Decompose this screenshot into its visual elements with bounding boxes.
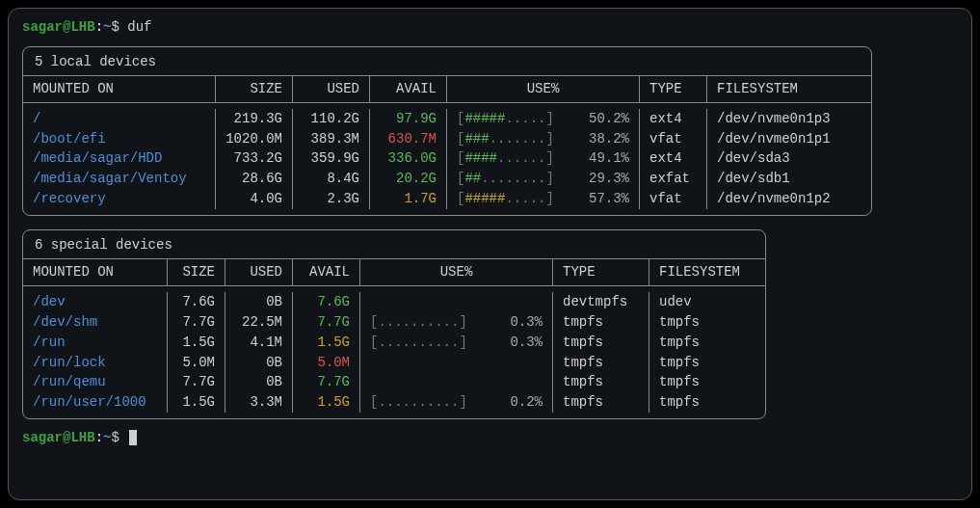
cell-filesystem: tmpfs bbox=[649, 392, 765, 413]
table-row: /recovery4.0G2.3G1.7G[#####.....]57.3%vf… bbox=[23, 189, 871, 209]
cell-avail: 97.9G bbox=[370, 109, 447, 129]
table-title: 6 special devices bbox=[23, 230, 765, 259]
cell-use-percent: [###.......]38.2% bbox=[447, 129, 640, 149]
prompt-user: sagar bbox=[22, 430, 63, 445]
cell-used: 4.1M bbox=[225, 333, 293, 353]
cell-filesystem: tmpfs bbox=[649, 372, 765, 392]
cell-avail: 1.7G bbox=[370, 189, 447, 209]
cell-avail: 7.6G bbox=[293, 292, 360, 312]
cell-used: 0B bbox=[225, 353, 293, 373]
cell-use-percent: [##........]29.3% bbox=[447, 169, 640, 189]
cell-mounted-on: / bbox=[23, 109, 216, 129]
cell-type: tmpfs bbox=[553, 312, 649, 333]
device-table: 6 special devicesMOUNTED ONSIZEUSEDAVAIL… bbox=[22, 229, 766, 419]
cell-size: 1020.0M bbox=[216, 129, 293, 149]
cell-avail: 1.5G bbox=[293, 333, 360, 353]
column-header: USED bbox=[225, 259, 293, 285]
cell-used: 110.2G bbox=[293, 109, 370, 129]
cell-use-percent bbox=[360, 353, 553, 373]
column-header: USE% bbox=[447, 76, 640, 102]
prompt-line-2: sagar@LHB:~$ bbox=[22, 429, 958, 447]
prompt-host: LHB bbox=[70, 430, 94, 445]
table-row: /run/user/10001.5G3.3M1.5G[..........]0.… bbox=[23, 392, 765, 413]
cell-size: 7.6G bbox=[168, 292, 225, 312]
cell-use-percent: [..........]0.2% bbox=[360, 392, 553, 413]
cell-used: 359.9G bbox=[293, 148, 370, 169]
cell-filesystem: /dev/sda3 bbox=[707, 148, 871, 169]
column-header: FILESYSTEM bbox=[707, 76, 871, 102]
column-header: AVAIL bbox=[370, 76, 447, 102]
cell-mounted-on: /dev bbox=[23, 292, 168, 312]
cell-type: tmpfs bbox=[553, 353, 649, 373]
cursor[interactable] bbox=[129, 430, 137, 445]
table-row: /boot/efi1020.0M389.3M630.7M[###.......]… bbox=[23, 129, 871, 149]
cell-used: 22.5M bbox=[225, 312, 293, 333]
device-table: 5 local devicesMOUNTED ONSIZEUSEDAVAILUS… bbox=[22, 46, 872, 216]
column-header: TYPE bbox=[640, 76, 707, 102]
prompt-user: sagar bbox=[22, 19, 63, 35]
cell-mounted-on: /run/lock bbox=[23, 353, 168, 373]
table-body: /219.3G110.2G97.9G[#####.....]50.2%ext4/… bbox=[23, 103, 871, 215]
usage-percent: 57.3% bbox=[581, 190, 629, 208]
column-header: AVAIL bbox=[293, 259, 360, 285]
cell-type: ext4 bbox=[640, 109, 707, 129]
cell-filesystem: tmpfs bbox=[649, 353, 765, 373]
usage-percent bbox=[494, 293, 543, 311]
cell-type: tmpfs bbox=[553, 372, 649, 392]
output-area: 5 local devicesMOUNTED ONSIZEUSEDAVAILUS… bbox=[22, 42, 958, 429]
usage-percent: 0.3% bbox=[494, 334, 543, 352]
cell-filesystem: /dev/nvme0n1p2 bbox=[707, 189, 871, 209]
cell-avail: 1.5G bbox=[293, 392, 360, 413]
terminal-window: sagar@LHB:~$ duf 5 local devicesMOUNTED … bbox=[8, 8, 972, 500]
cell-use-percent: [#####.....]57.3% bbox=[447, 189, 640, 209]
cell-used: 2.3G bbox=[293, 189, 370, 209]
cell-filesystem: /dev/nvme0n1p3 bbox=[707, 109, 871, 129]
usage-bar bbox=[370, 354, 378, 372]
table-row: /run1.5G4.1M1.5G[..........]0.3%tmpfstmp… bbox=[23, 333, 765, 353]
prompt-host: LHB bbox=[70, 19, 94, 35]
cell-mounted-on: /run/qemu bbox=[23, 372, 168, 392]
usage-percent: 49.1% bbox=[581, 149, 629, 168]
usage-percent bbox=[494, 373, 543, 391]
table-header-row: MOUNTED ONSIZEUSEDAVAILUSE%TYPEFILESYSTE… bbox=[23, 259, 765, 286]
cell-size: 28.6G bbox=[216, 169, 293, 189]
column-header: FILESYSTEM bbox=[649, 259, 765, 285]
prompt-line-1: sagar@LHB:~$ duf bbox=[22, 18, 958, 37]
cell-avail: 20.2G bbox=[370, 169, 447, 189]
cell-mounted-on: /dev/shm bbox=[23, 312, 168, 333]
cell-type: tmpfs bbox=[553, 333, 649, 353]
table-header-row: MOUNTED ONSIZEUSEDAVAILUSE%TYPEFILESYSTE… bbox=[23, 76, 871, 103]
cell-use-percent: [..........]0.3% bbox=[360, 333, 553, 353]
cell-size: 219.3G bbox=[216, 109, 293, 129]
prompt-command: duf bbox=[127, 19, 151, 35]
column-header: SIZE bbox=[168, 259, 225, 285]
usage-bar: [..........] bbox=[370, 334, 467, 352]
cell-mounted-on: /media/sagar/HDD bbox=[23, 148, 216, 169]
cell-avail: 630.7M bbox=[370, 129, 447, 149]
table-row: /dev/shm7.7G22.5M7.7G[..........]0.3%tmp… bbox=[23, 312, 765, 333]
cell-filesystem: /dev/sdb1 bbox=[707, 169, 871, 189]
cell-use-percent: [..........]0.3% bbox=[360, 312, 553, 333]
column-header: USED bbox=[293, 76, 370, 102]
usage-bar: [#####.....] bbox=[457, 190, 554, 208]
cell-used: 8.4G bbox=[293, 169, 370, 189]
cell-filesystem: tmpfs bbox=[649, 333, 765, 353]
column-header: MOUNTED ON bbox=[23, 76, 216, 102]
prompt-dollar: $ bbox=[111, 19, 127, 35]
usage-bar bbox=[370, 373, 378, 391]
prompt-dollar: $ bbox=[111, 430, 127, 445]
cell-mounted-on: /boot/efi bbox=[23, 129, 216, 149]
usage-bar: [#####.....] bbox=[457, 110, 554, 128]
cell-size: 5.0M bbox=[168, 353, 225, 373]
cell-mounted-on: /recovery bbox=[23, 189, 216, 209]
cell-size: 4.0G bbox=[216, 189, 293, 209]
cell-used: 3.3M bbox=[225, 392, 293, 413]
usage-bar: [###.......] bbox=[457, 130, 554, 148]
table-title: 5 local devices bbox=[23, 47, 871, 76]
cell-size: 1.5G bbox=[168, 392, 225, 413]
cell-avail: 5.0M bbox=[293, 353, 360, 373]
table-row: /219.3G110.2G97.9G[#####.....]50.2%ext4/… bbox=[23, 109, 871, 129]
cell-size: 1.5G bbox=[168, 333, 225, 353]
table-body: /dev7.6G0B7.6G devtmpfsudev/dev/shm7.7G2… bbox=[23, 286, 765, 418]
cell-type: exfat bbox=[640, 169, 707, 189]
